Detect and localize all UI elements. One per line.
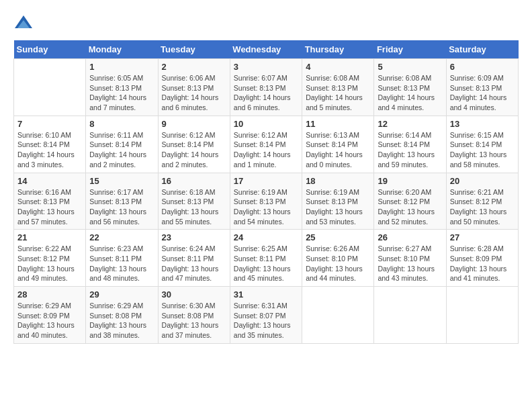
day-info: Sunrise: 6:11 AM Sunset: 8:14 PM Dayligh… [89, 130, 154, 170]
day-number: 16 [162, 176, 226, 186]
calendar-cell: 6Sunrise: 6:09 AM Sunset: 8:13 PM Daylig… [446, 59, 518, 116]
day-info: Sunrise: 6:18 AM Sunset: 8:13 PM Dayligh… [162, 187, 226, 227]
calendar-cell: 3Sunrise: 6:07 AM Sunset: 8:13 PM Daylig… [230, 59, 302, 116]
day-number: 7 [17, 119, 82, 129]
day-number: 8 [89, 119, 154, 129]
page-header [13, 13, 519, 34]
day-info: Sunrise: 6:10 AM Sunset: 8:14 PM Dayligh… [17, 130, 82, 170]
day-header-friday: Friday [374, 40, 446, 59]
calendar-table: SundayMondayTuesdayWednesdayThursdayFrid… [13, 40, 519, 344]
day-number: 10 [234, 119, 298, 129]
calendar-cell: 12Sunrise: 6:14 AM Sunset: 8:14 PM Dayli… [374, 116, 446, 173]
day-number: 26 [378, 232, 442, 242]
day-info: Sunrise: 6:20 AM Sunset: 8:12 PM Dayligh… [378, 187, 442, 227]
calendar-cell: 8Sunrise: 6:11 AM Sunset: 8:14 PM Daylig… [86, 116, 158, 173]
calendar-cell: 13Sunrise: 6:15 AM Sunset: 8:14 PM Dayli… [446, 116, 518, 173]
week-row-2: 7Sunrise: 6:10 AM Sunset: 8:14 PM Daylig… [14, 116, 519, 173]
day-header-monday: Monday [86, 40, 158, 59]
calendar-cell: 19Sunrise: 6:20 AM Sunset: 8:12 PM Dayli… [374, 173, 446, 230]
day-info: Sunrise: 6:12 AM Sunset: 8:14 PM Dayligh… [162, 130, 226, 170]
calendar-cell [14, 59, 86, 116]
day-number: 23 [162, 232, 226, 242]
calendar-cell: 14Sunrise: 6:16 AM Sunset: 8:13 PM Dayli… [14, 173, 86, 230]
day-info: Sunrise: 6:29 AM Sunset: 8:08 PM Dayligh… [89, 301, 154, 340]
day-number: 24 [234, 232, 298, 242]
day-number: 17 [234, 176, 298, 186]
day-info: Sunrise: 6:24 AM Sunset: 8:11 PM Dayligh… [162, 244, 226, 283]
day-number: 12 [378, 119, 442, 129]
calendar-cell: 28Sunrise: 6:29 AM Sunset: 8:09 PM Dayli… [14, 287, 86, 344]
calendar-cell: 25Sunrise: 6:26 AM Sunset: 8:10 PM Dayli… [302, 230, 374, 287]
day-info: Sunrise: 6:15 AM Sunset: 8:14 PM Dayligh… [450, 130, 515, 170]
day-number: 18 [306, 176, 370, 186]
day-number: 29 [89, 289, 154, 300]
calendar-cell: 26Sunrise: 6:27 AM Sunset: 8:10 PM Dayli… [374, 230, 446, 287]
day-number: 9 [162, 119, 226, 129]
day-header-wednesday: Wednesday [230, 40, 302, 59]
calendar-cell: 4Sunrise: 6:08 AM Sunset: 8:13 PM Daylig… [302, 59, 374, 116]
day-header-thursday: Thursday [302, 40, 374, 59]
calendar-cell: 15Sunrise: 6:17 AM Sunset: 8:13 PM Dayli… [86, 173, 158, 230]
day-info: Sunrise: 6:28 AM Sunset: 8:09 PM Dayligh… [450, 244, 515, 283]
day-info: Sunrise: 6:16 AM Sunset: 8:13 PM Dayligh… [17, 187, 82, 227]
day-info: Sunrise: 6:05 AM Sunset: 8:13 PM Dayligh… [89, 73, 154, 113]
calendar-cell: 17Sunrise: 6:19 AM Sunset: 8:13 PM Dayli… [230, 173, 302, 230]
day-number: 19 [378, 176, 442, 186]
calendar-cell: 30Sunrise: 6:30 AM Sunset: 8:08 PM Dayli… [158, 287, 230, 344]
day-header-tuesday: Tuesday [158, 40, 230, 59]
day-info: Sunrise: 6:09 AM Sunset: 8:13 PM Dayligh… [450, 73, 515, 113]
day-number: 30 [162, 289, 226, 300]
calendar-cell: 9Sunrise: 6:12 AM Sunset: 8:14 PM Daylig… [158, 116, 230, 173]
day-info: Sunrise: 6:19 AM Sunset: 8:13 PM Dayligh… [306, 187, 370, 227]
day-info: Sunrise: 6:13 AM Sunset: 8:14 PM Dayligh… [306, 130, 370, 170]
day-number: 31 [234, 289, 298, 300]
day-number: 22 [89, 232, 154, 242]
day-info: Sunrise: 6:31 AM Sunset: 8:07 PM Dayligh… [234, 301, 298, 340]
day-number: 27 [450, 232, 515, 242]
day-info: Sunrise: 6:12 AM Sunset: 8:14 PM Dayligh… [234, 130, 298, 170]
day-info: Sunrise: 6:08 AM Sunset: 8:13 PM Dayligh… [378, 73, 442, 113]
day-info: Sunrise: 6:21 AM Sunset: 8:12 PM Dayligh… [450, 187, 515, 227]
calendar-cell: 29Sunrise: 6:29 AM Sunset: 8:08 PM Dayli… [86, 287, 158, 344]
day-info: Sunrise: 6:06 AM Sunset: 8:13 PM Dayligh… [162, 73, 226, 113]
day-header-sunday: Sunday [14, 40, 86, 59]
week-row-1: 1Sunrise: 6:05 AM Sunset: 8:13 PM Daylig… [14, 59, 519, 116]
day-number: 6 [450, 62, 515, 72]
calendar-cell: 5Sunrise: 6:08 AM Sunset: 8:13 PM Daylig… [374, 59, 446, 116]
day-info: Sunrise: 6:29 AM Sunset: 8:09 PM Dayligh… [17, 301, 82, 340]
day-info: Sunrise: 6:08 AM Sunset: 8:13 PM Dayligh… [306, 73, 370, 113]
calendar-cell: 23Sunrise: 6:24 AM Sunset: 8:11 PM Dayli… [158, 230, 230, 287]
day-header-saturday: Saturday [446, 40, 518, 59]
day-info: Sunrise: 6:27 AM Sunset: 8:10 PM Dayligh… [378, 244, 442, 283]
week-row-5: 28Sunrise: 6:29 AM Sunset: 8:09 PM Dayli… [14, 287, 519, 344]
day-info: Sunrise: 6:25 AM Sunset: 8:11 PM Dayligh… [234, 244, 298, 283]
calendar-cell: 21Sunrise: 6:22 AM Sunset: 8:12 PM Dayli… [14, 230, 86, 287]
calendar-cell: 1Sunrise: 6:05 AM Sunset: 8:13 PM Daylig… [86, 59, 158, 116]
calendar-cell: 16Sunrise: 6:18 AM Sunset: 8:13 PM Dayli… [158, 173, 230, 230]
day-number: 20 [450, 176, 515, 186]
day-info: Sunrise: 6:26 AM Sunset: 8:10 PM Dayligh… [306, 244, 370, 283]
calendar-cell: 24Sunrise: 6:25 AM Sunset: 8:11 PM Dayli… [230, 230, 302, 287]
day-number: 13 [450, 119, 515, 129]
logo-icon [13, 13, 34, 34]
day-info: Sunrise: 6:14 AM Sunset: 8:14 PM Dayligh… [378, 130, 442, 170]
day-info: Sunrise: 6:07 AM Sunset: 8:13 PM Dayligh… [234, 73, 298, 113]
day-number: 25 [306, 232, 370, 242]
day-number: 3 [234, 62, 298, 72]
day-number: 11 [306, 119, 370, 129]
day-info: Sunrise: 6:30 AM Sunset: 8:08 PM Dayligh… [162, 301, 226, 340]
day-info: Sunrise: 6:22 AM Sunset: 8:12 PM Dayligh… [17, 244, 82, 283]
day-number: 21 [17, 232, 82, 242]
logo [13, 13, 35, 34]
day-info: Sunrise: 6:19 AM Sunset: 8:13 PM Dayligh… [234, 187, 298, 227]
day-info: Sunrise: 6:23 AM Sunset: 8:11 PM Dayligh… [89, 244, 154, 283]
calendar-cell: 7Sunrise: 6:10 AM Sunset: 8:14 PM Daylig… [14, 116, 86, 173]
calendar-cell [446, 287, 518, 344]
week-row-4: 21Sunrise: 6:22 AM Sunset: 8:12 PM Dayli… [14, 230, 519, 287]
day-number: 14 [17, 176, 82, 186]
calendar-cell: 22Sunrise: 6:23 AM Sunset: 8:11 PM Dayli… [86, 230, 158, 287]
day-number: 28 [17, 289, 82, 300]
calendar-cell: 2Sunrise: 6:06 AM Sunset: 8:13 PM Daylig… [158, 59, 230, 116]
calendar-cell: 18Sunrise: 6:19 AM Sunset: 8:13 PM Dayli… [302, 173, 374, 230]
day-number: 4 [306, 62, 370, 72]
